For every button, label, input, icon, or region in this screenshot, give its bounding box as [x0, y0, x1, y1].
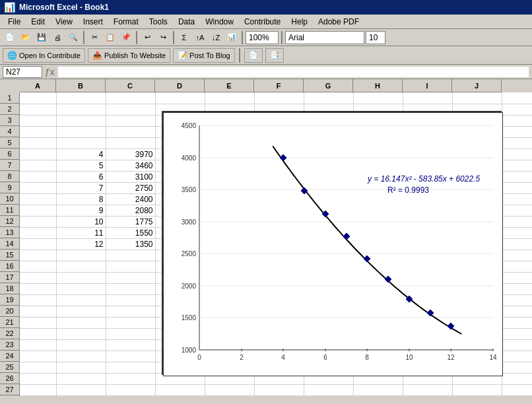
cell-C3[interactable] — [106, 115, 155, 126]
cell-C4[interactable] — [106, 126, 155, 137]
cell-A22[interactable] — [20, 328, 56, 339]
cell-B4[interactable] — [56, 126, 106, 137]
cell-B25[interactable] — [56, 362, 106, 373]
cell-K16[interactable] — [502, 261, 532, 272]
cell-C14[interactable]: 1350 — [106, 238, 155, 250]
row-28[interactable]: 28 — [0, 395, 20, 396]
cell-G1[interactable] — [304, 92, 353, 104]
open-btn[interactable]: 📂 — [18, 30, 33, 45]
menu-file[interactable]: File — [3, 16, 26, 28]
cell-A6[interactable] — [20, 149, 56, 160]
cell-B15[interactable] — [56, 250, 106, 261]
row-22[interactable]: 22 — [0, 328, 20, 339]
cell-C2[interactable] — [106, 104, 155, 115]
cell-A2[interactable] — [20, 104, 56, 115]
cell-A26[interactable] — [20, 373, 56, 384]
row-26[interactable]: 26 — [0, 373, 20, 384]
cell-B10[interactable]: 8 — [56, 193, 106, 205]
row-2[interactable]: 2 — [0, 104, 20, 115]
save-btn[interactable]: 💾 — [34, 30, 49, 45]
cell-B7[interactable]: 5 — [56, 160, 106, 171]
copy-btn[interactable]: 📋 — [103, 30, 117, 45]
menu-view[interactable]: View — [50, 16, 78, 28]
cell-F27[interactable] — [254, 384, 304, 395]
cell-C26[interactable] — [106, 373, 155, 384]
cell-B21[interactable] — [56, 317, 106, 328]
cell-B16[interactable] — [56, 261, 106, 272]
redo-btn[interactable]: ↪ — [156, 30, 170, 45]
cell-B17[interactable] — [56, 272, 106, 283]
col-header-H[interactable]: H — [353, 79, 403, 92]
cell-K8[interactable] — [502, 171, 532, 182]
new-btn[interactable]: 📄 — [3, 30, 17, 45]
row-13[interactable]: 13 — [0, 227, 20, 238]
font-size-input[interactable] — [366, 31, 385, 44]
cell-A27[interactable] — [20, 384, 56, 395]
cell-A11[interactable] — [20, 205, 56, 216]
row-25[interactable]: 25 — [0, 362, 20, 373]
row-8[interactable]: 8 — [0, 171, 20, 182]
row-16[interactable]: 16 — [0, 261, 20, 272]
cell-A20[interactable] — [20, 306, 56, 317]
pdf-btn[interactable]: 📄 — [244, 48, 263, 63]
col-header-E[interactable]: E — [205, 79, 254, 92]
col-header-D[interactable]: D — [155, 79, 205, 92]
cell-A3[interactable] — [20, 115, 56, 126]
cell-B13[interactable]: 11 — [56, 227, 106, 238]
cell-F1[interactable] — [254, 92, 304, 104]
menu-insert[interactable]: Insert — [78, 16, 108, 28]
cell-C13[interactable]: 1550 — [106, 227, 155, 238]
col-header-J[interactable]: J — [452, 79, 502, 92]
cell-C25[interactable] — [106, 362, 155, 373]
col-header-F[interactable]: F — [254, 79, 304, 92]
col-header-A[interactable]: A — [20, 79, 56, 92]
cut-btn[interactable]: ✂ — [87, 30, 102, 45]
cell-C21[interactable] — [106, 317, 155, 328]
row-4[interactable]: 4 — [0, 126, 20, 137]
cell-C9[interactable]: 2750 — [106, 182, 155, 193]
cell-A24[interactable] — [20, 351, 56, 362]
cell-C24[interactable] — [106, 351, 155, 362]
cell-A16[interactable] — [20, 261, 56, 272]
cell-B6[interactable]: 4 — [56, 149, 106, 160]
menu-contribute[interactable]: Contribute — [239, 16, 286, 28]
row-9[interactable]: 9 — [0, 182, 20, 193]
cell-B19[interactable] — [56, 294, 106, 306]
cell-C15[interactable] — [106, 250, 155, 261]
cell-C10[interactable]: 2400 — [106, 193, 155, 205]
cell-H27[interactable] — [353, 384, 403, 395]
cell-A12[interactable] — [20, 216, 56, 227]
cell-B23[interactable] — [56, 339, 106, 351]
sum-btn[interactable]: Σ — [177, 30, 191, 45]
row-10[interactable]: 10 — [0, 193, 20, 205]
row-1[interactable]: 1 — [0, 92, 20, 104]
row-12[interactable]: 12 — [0, 216, 20, 227]
cell-E1[interactable] — [205, 92, 254, 104]
row-20[interactable]: 20 — [0, 306, 20, 317]
cell-J28[interactable] — [452, 395, 502, 396]
cell-C11[interactable]: 2080 — [106, 205, 155, 216]
cell-C5[interactable] — [106, 137, 155, 149]
cell-A4[interactable] — [20, 126, 56, 137]
cell-A19[interactable] — [20, 294, 56, 306]
cell-K18[interactable] — [502, 283, 532, 294]
cell-K2[interactable] — [502, 104, 532, 115]
cell-K23[interactable] — [502, 339, 532, 351]
cell-G27[interactable] — [304, 384, 353, 395]
cell-B20[interactable] — [56, 306, 106, 317]
row-5[interactable]: 5 — [0, 137, 20, 149]
row-11[interactable]: 11 — [0, 205, 20, 216]
cell-A9[interactable] — [20, 182, 56, 193]
cell-C23[interactable] — [106, 339, 155, 351]
row-19[interactable]: 19 — [0, 294, 20, 306]
cell-F28[interactable] — [254, 395, 304, 396]
cell-K7[interactable] — [502, 160, 532, 171]
cell-C22[interactable] — [106, 328, 155, 339]
sort-desc-btn[interactable]: ↓Z — [209, 30, 223, 45]
cell-A13[interactable] — [20, 227, 56, 238]
cell-C16[interactable] — [106, 261, 155, 272]
cell-K1[interactable] — [502, 92, 532, 104]
cell-E28[interactable] — [205, 395, 254, 396]
cell-B8[interactable]: 6 — [56, 171, 106, 182]
row-14[interactable]: 14 — [0, 238, 20, 250]
